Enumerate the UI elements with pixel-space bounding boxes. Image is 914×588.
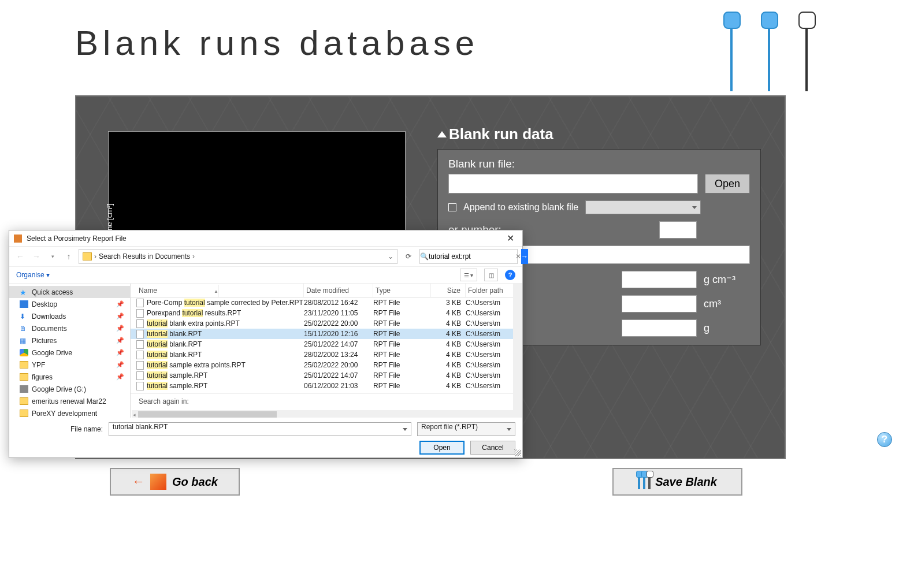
col-type[interactable]: Type — [373, 284, 431, 297]
filename-input[interactable]: tutorial blank.RPT — [109, 422, 411, 436]
col-size[interactable]: Size — [431, 284, 466, 297]
refresh-icon[interactable]: ⟳ — [401, 249, 416, 264]
save-blank-icon — [638, 474, 651, 489]
clear-search-icon[interactable]: ✕ — [515, 252, 521, 260]
organise-menu[interactable]: Organise ▾ — [16, 271, 50, 279]
file-icon — [136, 319, 144, 328]
file-size: 4 KB — [431, 351, 466, 359]
breadcrumb-label: Search Results in Documents — [99, 252, 190, 260]
dialog-title: Select a Porosimetry Report File — [27, 235, 127, 243]
col-name[interactable]: Name — [136, 284, 304, 297]
sidebar-item[interactable]: 🗎Documents📌 — [9, 322, 130, 334]
col-date[interactable]: Date modified — [304, 284, 373, 297]
vertical-scrollbar[interactable] — [513, 284, 522, 418]
file-row[interactable]: tutorial sample.RPT25/01/2022 14:07RPT F… — [131, 370, 522, 381]
dialog-open-button[interactable]: Open — [419, 441, 465, 455]
open-file-button[interactable]: Open — [705, 174, 750, 193]
file-name: tutorial sample extra points.RPT — [147, 361, 246, 369]
section-header[interactable]: Blank run data — [437, 125, 761, 143]
folder-icon — [83, 252, 92, 260]
help-button[interactable]: ? — [877, 432, 892, 447]
chevron-down-icon[interactable]: ⌄ — [388, 252, 393, 260]
append-label: Append to existing blank file — [463, 202, 578, 213]
resize-grip[interactable] — [514, 449, 521, 456]
view-mode-button[interactable]: ☰ ▾ — [460, 269, 477, 281]
file-date: 25/02/2022 20:00 — [304, 361, 373, 369]
dialog-sidebar[interactable]: ★Quick accessDesktop📌⬇Downloads📌🗎Documen… — [9, 284, 131, 418]
file-row[interactable]: tutorial blank.RPT15/11/2020 12:16RPT Fi… — [131, 329, 522, 339]
file-size: 4 KB — [431, 309, 466, 317]
decorative-pins — [723, 12, 816, 92]
sidebar-item-label: Downloads — [32, 312, 66, 321]
sidebar-item[interactable]: ▦Pictures📌 — [9, 334, 130, 347]
nav-recent-icon[interactable]: ▾ — [46, 250, 59, 263]
file-list-header[interactable]: Name Date modified Type Size Folder path… — [131, 284, 522, 297]
app-icon — [14, 235, 22, 243]
save-blank-button[interactable]: Save Blank — [612, 468, 742, 496]
sidebar-item[interactable]: ★Quick access — [9, 286, 130, 298]
dialog-footer: File name: tutorial blank.RPT Report fil… — [9, 418, 522, 459]
file-list: Name Date modified Type Size Folder path… — [131, 284, 522, 418]
search-go-button[interactable]: → — [521, 249, 528, 264]
sidebar-item[interactable]: ⬇Downloads📌 — [9, 310, 130, 322]
file-type-filter[interactable]: Report file (*.RPT) — [417, 422, 515, 436]
sidebar-item[interactable]: Desktop📌 — [9, 298, 130, 310]
nav-forward-icon[interactable]: → — [30, 250, 43, 263]
file-type: RPT File — [373, 361, 431, 369]
horizontal-scrollbar[interactable]: ◂ — [132, 410, 513, 418]
section-title: Blank run data — [449, 125, 553, 143]
file-path: C:\Users\m — [466, 371, 518, 379]
pin-icon: 📌 — [116, 349, 124, 356]
pin-icon: 📌 — [116, 300, 124, 308]
file-row[interactable]: Porexpand tutorial results.RPT23/11/2020… — [131, 308, 522, 318]
sidebar-item[interactable]: emeritus renewal Mar22 — [9, 395, 130, 407]
append-file-select[interactable] — [585, 200, 701, 214]
file-icon — [136, 361, 144, 370]
sidebar-item[interactable]: figures📌 — [9, 371, 130, 383]
pin-icon: 📌 — [116, 373, 124, 381]
file-name: tutorial blank.RPT — [147, 340, 202, 348]
file-date: 25/01/2022 14:07 — [304, 340, 373, 348]
preview-pane-button[interactable]: ◫ — [484, 269, 498, 281]
sidebar-item[interactable]: PoreXY development — [9, 407, 130, 418]
dialog-cancel-button[interactable]: Cancel — [470, 441, 515, 455]
sidebar-item-label: Google Drive — [32, 349, 72, 357]
search-input[interactable] — [429, 252, 515, 260]
file-size: 4 KB — [431, 319, 466, 328]
sidebar-item-label: emeritus renewal Mar22 — [32, 397, 106, 405]
file-date: 28/08/2012 16:42 — [304, 299, 373, 307]
density-input[interactable] — [622, 271, 697, 288]
file-row[interactable]: tutorial sample.RPT06/12/2002 21:03RPT F… — [131, 381, 522, 391]
blank-run-file-input[interactable] — [448, 174, 698, 193]
weight-input[interactable] — [622, 319, 697, 337]
append-checkbox[interactable] — [448, 203, 456, 211]
go-back-button[interactable]: ← Go back — [110, 468, 240, 496]
col-folder[interactable]: Folder path — [466, 284, 518, 297]
sidebar-item[interactable]: Google Drive (G:) — [9, 383, 130, 395]
file-type: RPT File — [373, 371, 431, 379]
sidebar-item[interactable]: YPF📌 — [9, 359, 130, 371]
close-icon[interactable]: ✕ — [503, 233, 518, 244]
file-size: 4 KB — [431, 382, 466, 390]
go-back-icon — [150, 474, 166, 490]
breadcrumb[interactable]: › Search Results in Documents › ⌄ — [79, 249, 397, 264]
nav-back-icon[interactable]: ← — [14, 250, 27, 263]
file-row[interactable]: tutorial blank.RPT28/02/2002 13:24RPT Fi… — [131, 349, 522, 360]
file-row[interactable]: tutorial blank.RPT25/01/2022 14:07RPT Fi… — [131, 339, 522, 349]
nav-up-icon[interactable]: ↑ — [62, 250, 75, 263]
file-icon — [136, 371, 144, 380]
file-row[interactable]: tutorial blank extra points.RPT25/02/202… — [131, 318, 522, 329]
dialog-help-icon[interactable]: ? — [505, 270, 515, 280]
number-input[interactable] — [659, 221, 697, 239]
pin-icon — [798, 12, 816, 92]
file-row[interactable]: Pore-Comp tutorial sample corrected by P… — [131, 297, 522, 308]
file-size: 4 KB — [431, 330, 466, 338]
sidebar-item[interactable]: Google Drive📌 — [9, 347, 130, 359]
chart-y-axis-label: ne [cm³] — [105, 203, 114, 230]
chevron-right-icon: › — [94, 252, 96, 260]
volume-input[interactable] — [622, 295, 697, 312]
chevron-right-icon: › — [192, 252, 195, 260]
pin-icon: 📌 — [116, 312, 124, 320]
file-row[interactable]: tutorial sample extra points.RPT25/02/20… — [131, 360, 522, 370]
file-name: tutorial sample.RPT — [147, 382, 207, 390]
